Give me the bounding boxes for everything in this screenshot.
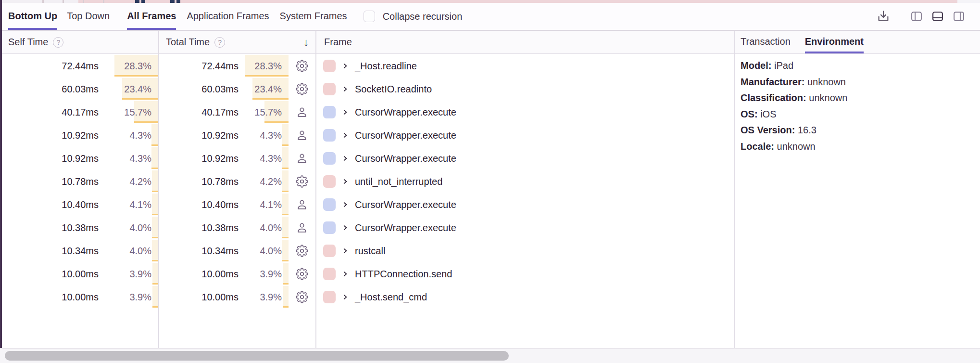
chevron-right-icon[interactable]: [342, 224, 349, 231]
frame-cell: CursorWrapper.execute: [315, 216, 734, 239]
table-row[interactable]: 10.40ms 4.1% 10.40ms 4.1%: [2, 193, 734, 216]
frame-type-icon-button[interactable]: [289, 83, 315, 95]
table-row[interactable]: 10.00ms 3.9% 10.00ms 3.9%: [2, 262, 734, 285]
frame-type-icon-button[interactable]: [289, 152, 315, 165]
total-percent-bar: [282, 124, 289, 146]
tab-system-frames[interactable]: System Frames: [280, 3, 347, 30]
chevron-right-icon[interactable]: [342, 178, 349, 185]
table-row[interactable]: 10.34ms 4.0% 10.34ms 4.0%: [2, 239, 734, 262]
frame-cell: CursorWrapper.execute: [315, 193, 734, 216]
tab-transaction[interactable]: Transaction: [741, 31, 791, 53]
table-header-row: Self Time ? Total Time ? ↓ Frame Transac…: [2, 31, 980, 54]
frame-color-swatch: [323, 60, 336, 72]
self-percent-value: 3.9%: [129, 269, 151, 280]
chevron-right-icon[interactable]: [342, 132, 349, 139]
chevron-right-icon[interactable]: [342, 86, 349, 92]
total-percent-value: 4.1%: [260, 199, 282, 210]
total-time-cell: 40.17ms 15.7%: [158, 101, 315, 124]
table-row[interactable]: 10.00ms 3.9% 10.00ms 3.9%: [2, 285, 734, 309]
download-icon[interactable]: [876, 9, 891, 24]
total-time-cell: 10.34ms 4.0%: [158, 239, 315, 262]
profiler-window: Bottom Up Top Down All Frames Applicatio…: [0, 0, 980, 363]
total-percent-cell: 3.9%: [239, 285, 289, 309]
frame-cell: CursorWrapper.execute: [315, 147, 734, 170]
table-row[interactable]: 40.17ms 15.7% 40.17ms 15.7%: [2, 101, 734, 124]
help-icon[interactable]: ?: [214, 37, 225, 48]
sort-descending-icon[interactable]: ↓: [303, 36, 309, 49]
layout-right-panel-icon[interactable]: [952, 10, 966, 23]
frame-cell: _Host.readline: [315, 54, 734, 78]
frame-color-swatch: [323, 83, 336, 95]
frame-name: CursorWrapper.execute: [355, 107, 456, 118]
frames-table-body: 72.44ms 28.3% 72.44ms 28.3%: [2, 54, 734, 309]
frame-color-swatch: [323, 106, 336, 118]
env-value: unknown: [809, 92, 847, 103]
collapse-recursion-label: Collapse recursion: [383, 11, 463, 22]
self-time-value: 10.78ms: [2, 176, 99, 187]
env-label: OS:: [741, 109, 758, 119]
total-time-column-header[interactable]: Total Time ? ↓: [158, 31, 315, 53]
tab-bottom-up[interactable]: Bottom Up: [8, 3, 57, 30]
env-label: Manufacturer:: [741, 77, 804, 87]
env-label: Model:: [741, 60, 771, 71]
table-row[interactable]: 60.03ms 23.4% 60.03ms 23.4%: [2, 78, 734, 101]
horizontal-scrollbar-thumb[interactable]: [5, 351, 509, 361]
layout-bottom-panel-icon[interactable]: [931, 10, 944, 23]
self-percent-value: 4.3%: [129, 153, 151, 164]
self-time-cell: 10.34ms 4.0%: [2, 239, 158, 262]
frame-type-icon-button[interactable]: [289, 245, 315, 257]
tab-environment[interactable]: Environment: [805, 31, 864, 53]
chevron-right-icon[interactable]: [342, 109, 349, 116]
chevron-right-icon[interactable]: [342, 294, 349, 300]
chevron-right-icon[interactable]: [342, 201, 349, 208]
layout-left-panel-icon[interactable]: [910, 10, 923, 23]
frame-cell: CursorWrapper.execute: [315, 101, 734, 124]
help-icon[interactable]: ?: [53, 37, 63, 48]
chevron-right-icon[interactable]: [342, 271, 349, 277]
total-time-value: 10.92ms: [158, 153, 239, 164]
self-time-value: 72.44ms: [2, 61, 99, 72]
total-time-cell: 10.38ms 4.0%: [158, 216, 315, 239]
self-percent-cell: 4.2%: [99, 170, 158, 193]
frame-type-icon-button[interactable]: [289, 221, 315, 234]
tab-top-down[interactable]: Top Down: [67, 3, 110, 30]
frame-type-icon-button[interactable]: [289, 198, 315, 211]
tab-application-frames[interactable]: Application Frames: [187, 3, 269, 30]
table-row[interactable]: 10.92ms 4.3% 10.92ms 4.3%: [2, 124, 734, 147]
table-row[interactable]: 10.78ms 4.2% 10.78ms 4.2%: [2, 170, 734, 193]
frame-type-icon-button[interactable]: [289, 60, 315, 72]
total-percent-value: 15.7%: [254, 107, 282, 118]
user-icon: [296, 221, 308, 234]
self-percent-bar: [152, 286, 158, 308]
table-row[interactable]: 72.44ms 28.3% 72.44ms 28.3%: [2, 54, 734, 78]
self-percent-cell: 15.7%: [99, 101, 158, 124]
frame-column-header[interactable]: Frame: [315, 31, 734, 53]
frame-name: rustcall: [355, 246, 385, 257]
collapse-recursion-control[interactable]: Collapse recursion: [364, 3, 463, 30]
chevron-right-icon[interactable]: [342, 247, 349, 254]
table-row[interactable]: 10.38ms 4.0% 10.38ms 4.0%: [2, 216, 734, 239]
profiler-tabbar: Bottom Up Top Down All Frames Applicatio…: [2, 3, 980, 31]
chevron-right-icon[interactable]: [342, 63, 349, 69]
frame-type-icon-button[interactable]: [289, 129, 315, 142]
chevron-right-icon[interactable]: [342, 155, 349, 162]
frame-type-icon-button[interactable]: [289, 291, 315, 303]
total-percent-cell: 15.7%: [239, 101, 289, 124]
frame-type-icon-button[interactable]: [289, 175, 315, 188]
total-time-value: 60.03ms: [158, 84, 239, 95]
collapse-recursion-checkbox[interactable]: [364, 11, 375, 22]
table-row[interactable]: 10.92ms 4.3% 10.92ms 4.3%: [2, 147, 734, 170]
total-time-value: 10.38ms: [158, 222, 239, 233]
frame-type-icon-button[interactable]: [289, 106, 315, 118]
frame-type-icon-button[interactable]: [289, 268, 315, 280]
self-time-cell: 10.40ms 4.1%: [2, 193, 158, 216]
frame-name: _Host.send_cmd: [355, 292, 427, 303]
self-percent-cell: 4.0%: [99, 239, 158, 262]
topbar-icon-group: [876, 3, 980, 30]
self-time-column-header[interactable]: Self Time ?: [2, 31, 158, 53]
tab-all-frames[interactable]: All Frames: [127, 3, 176, 30]
total-percent-value: 4.3%: [260, 153, 282, 164]
total-percent-cell: 4.2%: [239, 170, 289, 193]
horizontal-scrollbar-track[interactable]: [0, 349, 980, 363]
spacer: [110, 3, 127, 30]
